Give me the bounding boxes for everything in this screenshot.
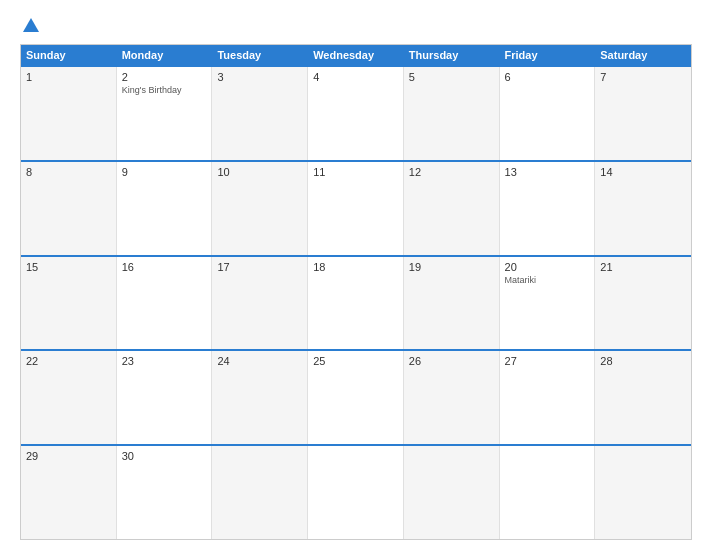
logo — [20, 18, 39, 34]
week-row-5: 2930 — [21, 444, 691, 539]
day-cell: 17 — [212, 257, 308, 350]
col-header-friday: Friday — [500, 45, 596, 65]
day-cell: 1 — [21, 67, 117, 160]
day-cell: 3 — [212, 67, 308, 160]
day-number: 24 — [217, 355, 302, 367]
day-number: 3 — [217, 71, 302, 83]
day-number: 6 — [505, 71, 590, 83]
day-number: 30 — [122, 450, 207, 462]
day-cell: 7 — [595, 67, 691, 160]
col-header-monday: Monday — [117, 45, 213, 65]
day-cell — [595, 446, 691, 539]
column-headers: SundayMondayTuesdayWednesdayThursdayFrid… — [21, 45, 691, 65]
day-number: 22 — [26, 355, 111, 367]
calendar-page: SundayMondayTuesdayWednesdayThursdayFrid… — [0, 0, 712, 550]
day-cell: 25 — [308, 351, 404, 444]
day-number: 19 — [409, 261, 494, 273]
day-number: 27 — [505, 355, 590, 367]
day-cell: 6 — [500, 67, 596, 160]
day-cell: 2King's Birthday — [117, 67, 213, 160]
day-cell: 27 — [500, 351, 596, 444]
week-row-1: 12King's Birthday34567 — [21, 65, 691, 160]
day-cell: 13 — [500, 162, 596, 255]
col-header-wednesday: Wednesday — [308, 45, 404, 65]
day-cell: 23 — [117, 351, 213, 444]
day-cell: 20Matariki — [500, 257, 596, 350]
day-cell: 4 — [308, 67, 404, 160]
col-header-sunday: Sunday — [21, 45, 117, 65]
week-row-2: 891011121314 — [21, 160, 691, 255]
day-cell: 5 — [404, 67, 500, 160]
day-cell: 24 — [212, 351, 308, 444]
day-cell: 10 — [212, 162, 308, 255]
day-cell — [212, 446, 308, 539]
day-number: 4 — [313, 71, 398, 83]
day-cell: 21 — [595, 257, 691, 350]
day-number: 28 — [600, 355, 686, 367]
week-row-4: 22232425262728 — [21, 349, 691, 444]
day-number: 17 — [217, 261, 302, 273]
day-cell — [404, 446, 500, 539]
day-number: 21 — [600, 261, 686, 273]
day-cell: 14 — [595, 162, 691, 255]
day-number: 25 — [313, 355, 398, 367]
logo-triangle-icon — [23, 18, 39, 32]
day-number: 12 — [409, 166, 494, 178]
day-number: 5 — [409, 71, 494, 83]
day-number: 20 — [505, 261, 590, 273]
day-number: 14 — [600, 166, 686, 178]
weeks-container: 12King's Birthday34567891011121314151617… — [21, 65, 691, 539]
day-event: Matariki — [505, 275, 590, 285]
day-cell: 12 — [404, 162, 500, 255]
day-number: 13 — [505, 166, 590, 178]
day-number: 18 — [313, 261, 398, 273]
day-cell: 30 — [117, 446, 213, 539]
header — [20, 18, 692, 34]
day-event: King's Birthday — [122, 85, 207, 95]
day-number: 15 — [26, 261, 111, 273]
day-number: 16 — [122, 261, 207, 273]
day-number: 11 — [313, 166, 398, 178]
col-header-tuesday: Tuesday — [212, 45, 308, 65]
day-cell: 11 — [308, 162, 404, 255]
day-number: 10 — [217, 166, 302, 178]
calendar-grid: SundayMondayTuesdayWednesdayThursdayFrid… — [20, 44, 692, 540]
day-cell: 26 — [404, 351, 500, 444]
day-cell: 19 — [404, 257, 500, 350]
week-row-3: 151617181920Matariki21 — [21, 255, 691, 350]
day-number: 2 — [122, 71, 207, 83]
day-cell: 16 — [117, 257, 213, 350]
day-number: 23 — [122, 355, 207, 367]
day-cell: 8 — [21, 162, 117, 255]
day-cell — [500, 446, 596, 539]
day-number: 9 — [122, 166, 207, 178]
day-cell: 15 — [21, 257, 117, 350]
col-header-saturday: Saturday — [595, 45, 691, 65]
day-number: 7 — [600, 71, 686, 83]
day-number: 26 — [409, 355, 494, 367]
day-number: 8 — [26, 166, 111, 178]
day-cell: 29 — [21, 446, 117, 539]
day-number: 29 — [26, 450, 111, 462]
day-cell: 18 — [308, 257, 404, 350]
day-cell: 28 — [595, 351, 691, 444]
day-cell — [308, 446, 404, 539]
day-cell: 22 — [21, 351, 117, 444]
day-number: 1 — [26, 71, 111, 83]
col-header-thursday: Thursday — [404, 45, 500, 65]
day-cell: 9 — [117, 162, 213, 255]
